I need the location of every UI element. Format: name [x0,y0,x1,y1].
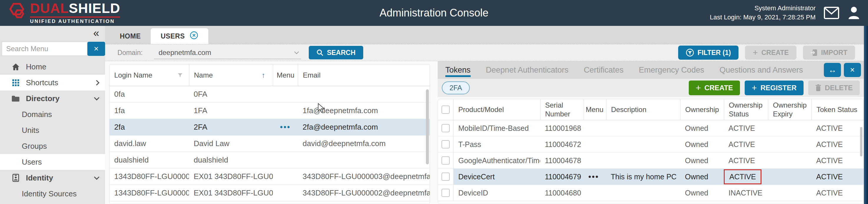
menu-search-input[interactable] [2,42,87,56]
tokens-toolbar: 2FA + CREATE + REGISTER [438,79,864,97]
plus-icon: + [696,83,701,92]
cell-ownership-expiry [768,136,811,152]
column-header-ownership-expiry[interactable]: Ownership Expiry [768,99,811,120]
token-row-mobileid-time-based[interactable]: MobileID/Time-Based110001968OwnedACTIVEA… [438,120,864,136]
column-header-menu: Menu [273,64,298,86]
cell-serial-number: 110004680 [540,185,584,201]
token-row-t-pass[interactable]: T-Pass110004672OwnedACTIVEACTIVE [438,136,864,152]
filter-icon [686,48,694,57]
register-token-button[interactable]: + REGISTER [745,80,804,95]
user-row-david-law[interactable]: david.lawDavid Lawdavid@deepnetmfa.com [110,136,430,152]
row-checkbox[interactable] [438,136,453,152]
mail-icon[interactable] [824,7,839,19]
user-account-icon[interactable] [847,6,860,20]
brand-name: DUALSHIELD [30,1,120,15]
cell-login-name: 1fa [110,106,189,115]
row-checkbox[interactable] [438,120,453,136]
tokens-table: Product/Model Serial Number Menu Descrip… [438,99,864,204]
sidebar-item-label: Users [22,158,42,167]
domain-label: Domain: [118,49,143,57]
domain-select[interactable]: deepnetmfa.com [154,46,301,59]
sidebar-item-users[interactable]: Users [0,154,105,170]
row-checkbox[interactable] [438,185,453,201]
select-all-checkbox[interactable] [438,99,453,120]
close-panel-button[interactable]: × [844,63,861,77]
panel-tab-questions-and-answers[interactable]: Questions and Answers [719,61,803,79]
cell-login-name: 1343D80FF-LGU0000... [110,189,189,198]
users-table-header: Login Name Name ↑ Menu Email [110,64,430,86]
top-bar: DUALSHIELD UNIFIED AUTHENTICATION Admini… [0,0,868,26]
cell-ownership-expiry [768,152,811,168]
column-header-ownership[interactable]: Ownership [680,99,724,120]
panel-tab-tokens[interactable]: Tokens [445,61,471,79]
cell-ownership-status: ACTIVE [724,152,768,168]
tab-home[interactable]: HOME [110,28,151,44]
delete-token-button[interactable]: DELETE [808,80,860,95]
column-header-serial-number[interactable]: Serial Number [540,99,584,120]
sidebar-item-identity-sources[interactable]: Identity Sources [0,186,105,202]
column-header-email[interactable]: Email [298,64,430,86]
cell-email: 343D80FF-LGU000002@deepnetmfa.com [298,189,430,198]
cell-token-status: ACTIVE [811,120,864,136]
column-header-product-model[interactable]: Product/Model [453,99,540,120]
sidebar-item-groups[interactable]: Groups [0,138,105,154]
cell-name: 2FA [189,123,273,132]
users-table-scrollbar[interactable] [426,89,429,164]
column-header-login-name[interactable]: Login Name [110,64,189,86]
close-tab-icon[interactable] [190,31,198,41]
import-button[interactable]: IMPORT [803,45,855,60]
cell-token-status: ACTIVE [811,169,864,184]
chevron-down-icon [94,95,99,100]
search-button[interactable]: SEARCH [309,46,363,59]
create-user-button[interactable]: + CREATE [745,45,796,60]
cell-serial-number: 110004678 [540,152,584,168]
column-header-name[interactable]: Name ↑ [189,64,273,86]
sidebar-item-shortcuts[interactable]: Shortcuts [0,75,105,91]
filter-funnel-icon[interactable] [177,72,183,78]
user-row-2fa[interactable]: 2fa2FA•••2fa@deepnetmfa.com [110,119,430,136]
column-header-ownership-status[interactable]: Ownership Status [724,99,768,120]
expand-panel-button[interactable]: ↔ [824,63,841,77]
panel-tab-emergency-codes[interactable]: Emergency Codes [639,61,704,79]
sidebar-item-label: Groups [22,142,47,151]
cell-ownership: Owned [680,169,724,184]
row-menu-icon[interactable]: ••• [273,123,298,132]
sidebar-item-home[interactable]: Home [0,59,105,75]
tab-users[interactable]: USERS [151,28,208,44]
token-row-devicecert[interactable]: DeviceCert110004679•••This is my home PC… [438,169,864,185]
sidebar-item-directory[interactable]: Directory [0,91,105,106]
sidebar-item-units[interactable]: Units [0,122,105,138]
column-header-token-status[interactable]: Token Status [811,99,864,120]
tokens-table-scrollbar[interactable] [860,127,862,157]
panel-tab-deepnet-authenticators[interactable]: Deepnet Authenticators [486,61,569,79]
token-row-deviceid[interactable]: DeviceID110004680OwnedINACTIVEACTIVE [438,185,864,201]
import-icon [811,49,818,57]
user-row-1343d80ff-lgu0000[interactable]: 1343D80FF-LGU0000...EX01 343D80FF-LGU000… [110,185,430,201]
user-row-dualshield[interactable]: dualshielddualshield [110,152,430,168]
row-menu-icon[interactable]: ••• [584,169,606,184]
cell-description: This is my home PC [606,169,680,184]
token-row-googleauthenticator-time[interactable]: GoogleAuthenticator/Time-...110004678Own… [438,152,864,169]
user-row-1343d80ff-lgu0000[interactable]: 1343D80FF-LGU0000...EX01 343D80FF-LGU000… [110,168,430,185]
user-row-0fa[interactable]: 0fa0FA [110,86,430,103]
row-checkbox[interactable] [438,152,453,168]
tokens-panel: TokensDeepnet AuthenticatorsCertificates… [438,61,864,204]
cell-token-status: ACTIVE [811,136,864,152]
sidebar-item-domains[interactable]: Domains [0,106,105,122]
cell-ownership-expiry [768,185,811,201]
user-row-1fa[interactable]: 1fa1FA1fa@deepnetmfa.com [110,103,430,119]
status-text: ACTIVE [728,140,755,149]
filter-button[interactable]: FILTER (1) [678,45,739,60]
cell-serial-number: 110004672 [540,136,584,152]
panel-tab-certificates[interactable]: Certificates [584,61,623,79]
sidebar-item-identity[interactable]: Identity [0,170,105,186]
column-header-description[interactable]: Description [606,99,680,120]
column-header-menu: Menu [584,99,606,120]
sort-ascending-icon[interactable]: ↑ [262,71,265,79]
sidebar-collapse-icon[interactable]: « [93,28,99,38]
row-checkbox[interactable] [438,169,453,184]
create-token-button[interactable]: + CREATE [689,80,740,95]
cell-ownership: Owned [680,185,724,201]
toolbar: Domain: deepnetmfa.com SEARCH FIL [105,44,868,61]
menu-search-clear-button[interactable]: × [87,42,105,56]
